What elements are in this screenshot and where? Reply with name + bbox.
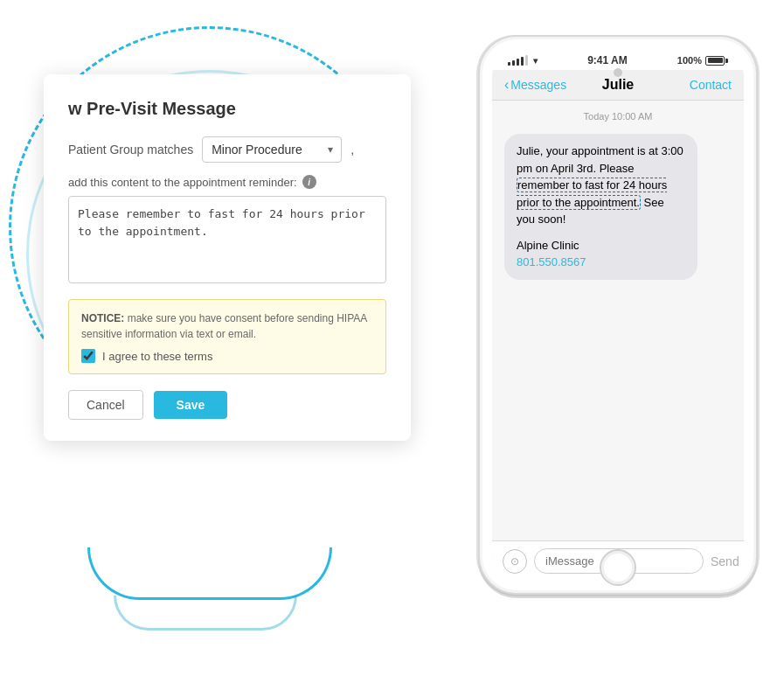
battery-body — [705, 56, 725, 66]
battery-area: 100% — [677, 55, 728, 66]
signal-bars — [508, 55, 528, 66]
dialog-title: w Pre-Visit Message — [68, 99, 386, 119]
phone-power-button — [756, 159, 758, 212]
pre-visit-dialog: w Pre-Visit Message Patient Group matche… — [44, 74, 411, 441]
comma-separator: , — [350, 143, 354, 157]
camera-button[interactable]: ⊙ — [503, 549, 527, 574]
contact-button[interactable]: Contact — [656, 78, 732, 92]
clinic-phone: 801.550.8567 — [517, 254, 685, 271]
camera — [614, 68, 622, 77]
camera-icon: ⊙ — [510, 555, 519, 568]
phone-volume-down-button — [478, 216, 480, 260]
nav-title: Julie — [580, 77, 656, 93]
scene: w Pre-Visit Message Patient Group matche… — [0, 0, 784, 683]
signal-bar-1 — [508, 62, 510, 66]
patient-group-dropdown[interactable]: Minor ProcedureAnnual VisitLab WorkFollo… — [202, 136, 342, 163]
notice-text: NOTICE: make sure you have consent befor… — [81, 310, 373, 342]
battery-tip — [725, 59, 728, 63]
save-button[interactable]: Save — [154, 391, 228, 419]
patient-group-label: Patient Group matches — [68, 143, 193, 157]
reminder-label-row: add this content to the appointment remi… — [68, 175, 386, 189]
home-button[interactable] — [600, 549, 636, 586]
agree-checkbox[interactable] — [81, 349, 95, 363]
send-button[interactable]: Send — [711, 554, 739, 568]
battery-icon — [705, 56, 728, 66]
phone-body: ▾ 9:41 AM 100% — [478, 35, 758, 595]
back-button[interactable]: ‹ Messages — [504, 78, 580, 92]
arc-decoration-1 — [87, 547, 332, 600]
checkbox-row[interactable]: I agree to these terms — [81, 349, 373, 363]
signal-bar-2 — [512, 60, 515, 66]
phone-mute-button — [478, 124, 480, 150]
signal-bar-5 — [525, 55, 528, 66]
message-pre-text: Julie, your appointment is at 3:00 pm on… — [517, 144, 683, 175]
left-panel: w Pre-Visit Message Patient Group matche… — [0, 0, 454, 683]
signal-bar-3 — [517, 59, 519, 66]
clinic-name: Alpine Clinic — [517, 237, 685, 254]
battery-percentage: 100% — [677, 55, 702, 66]
battery-fill — [708, 58, 723, 63]
notice-box: NOTICE: make sure you have consent befor… — [68, 299, 386, 374]
status-time: 9:41 AM — [587, 54, 628, 66]
back-label: Messages — [510, 78, 566, 92]
notice-body: make sure you have consent before sendin… — [81, 312, 367, 340]
content-textarea[interactable]: Please remember to fast for 24 hours pri… — [68, 196, 386, 283]
info-icon[interactable]: i — [302, 175, 316, 189]
message-bubble: Julie, your appointment is at 3:00 pm on… — [504, 134, 697, 280]
reminder-label: add this content to the appointment remi… — [68, 176, 297, 189]
phone-wrapper: ▾ 9:41 AM 100% — [478, 35, 758, 612]
signal-bar-4 — [521, 57, 524, 66]
dialog-buttons: Cancel Save — [68, 390, 386, 420]
phone-volume-up-button — [478, 164, 480, 207]
agree-label: I agree to these terms — [102, 350, 212, 363]
dropdown-wrapper[interactable]: Minor ProcedureAnnual VisitLab WorkFollo… — [202, 136, 342, 163]
back-chevron-icon: ‹ — [504, 78, 509, 92]
phone-screen: ▾ 9:41 AM 100% — [492, 49, 744, 581]
arc-decoration-2 — [114, 596, 297, 631]
cancel-button[interactable]: Cancel — [68, 390, 143, 420]
signal-area: ▾ — [508, 55, 538, 66]
status-bar: ▾ 9:41 AM 100% — [492, 49, 744, 70]
notice-bold: NOTICE: — [81, 312, 124, 324]
wifi-icon: ▾ — [533, 56, 538, 66]
message-area: Today 10:00 AM Julie, your appointment i… — [492, 101, 744, 540]
patient-group-row: Patient Group matches Minor ProcedureAnn… — [68, 136, 386, 163]
message-timestamp: Today 10:00 AM — [504, 111, 732, 122]
